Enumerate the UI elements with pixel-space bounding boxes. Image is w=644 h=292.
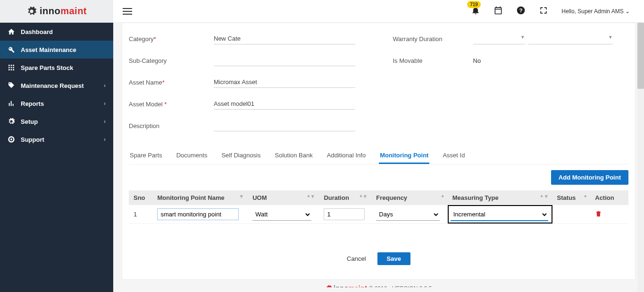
wrench-icon [8,46,15,53]
notifications-button[interactable]: 719 [471,6,480,17]
measuring-type-cell: Incremental [448,205,552,223]
asset-model-label: Asset Model * [129,101,214,108]
help-button[interactable]: ? [516,6,526,17]
filter-icon[interactable]: ▾ [311,193,314,199]
sort-icon[interactable]: ▲ [540,193,544,199]
tab-self-diagnosis[interactable]: Self Diagnosis [220,148,261,164]
cell-status [552,205,591,224]
tab-spare-parts[interactable]: Spare Parts [129,148,163,164]
asset-model-input[interactable] [214,98,355,110]
delete-row-button[interactable] [595,212,602,219]
table-row: 1 Watt Days Incremental [129,205,628,224]
footer-text: © 2019 - VERSION 2.3.5 [369,285,432,287]
trash-icon [595,210,602,217]
col-frequency[interactable]: Frequency▲ [371,190,447,205]
sort-icon[interactable]: ▲ [583,193,587,198]
asset-name-label: Asset Name* [129,79,214,86]
tab-documents[interactable]: Documents [176,148,209,164]
tab-asset-id[interactable]: Asset Id [442,148,466,164]
page-footer: innomaint © 2019 - VERSION 2.3.5 [113,280,644,287]
col-uom[interactable]: UOM▲▾ [248,190,319,205]
chevron-down-icon: ⌄ [625,8,630,15]
duration-input[interactable] [324,208,364,220]
category-input[interactable] [214,33,355,44]
calendar-icon [493,6,503,15]
monitoring-point-table: Sno Monitoring Point Name▾ UOM▲▾ Duratio… [129,190,628,224]
col-duration[interactable]: Duration▲▾ [319,190,371,205]
chevron-right-icon: › [104,118,106,125]
description-label: Description [129,122,214,129]
col-measuring-type[interactable]: Measuring Type▲▾ [448,190,552,205]
gear-icon [26,6,37,17]
brand-dark: inno [40,6,60,16]
brand-red: maint [60,6,87,16]
subcategory-input[interactable] [214,55,355,66]
notification-count: 719 [467,1,481,8]
uom-select[interactable]: Watt [252,208,311,221]
user-menu[interactable]: Hello, Super Admin AMS ⌄ [561,8,630,15]
tab-monitoring-point[interactable]: Monitoring Point [379,148,429,164]
sidebar-item-maintenance-request[interactable]: Maintenance Request › [0,77,113,94]
category-label: Category* [129,35,214,43]
fullscreen-icon [539,6,548,15]
svg-text:?: ? [519,7,523,13]
description-input[interactable] [214,120,355,131]
cancel-button[interactable]: Cancel [347,252,366,265]
measuring-type-select[interactable]: Incremental [451,208,548,221]
tab-strip: Spare Parts Documents Self Diagnosis Sol… [129,148,628,164]
warranty-label: Warranty Duration [393,35,473,43]
brand-logo: innomaint [0,0,113,23]
subcategory-label: Sub-Category [129,57,214,64]
warranty-select[interactable] [473,33,525,44]
chart-icon [8,100,15,107]
calendar-button[interactable] [493,6,503,17]
col-name[interactable]: Monitoring Point Name▾ [152,190,248,205]
help-icon: ? [516,6,526,15]
col-action: Action [590,190,628,205]
tag-icon [8,82,15,89]
tab-additional-info[interactable]: Additional Info [326,148,367,164]
sidebar-item-support[interactable]: Support › [0,130,113,148]
sort-icon[interactable]: ▲ [441,193,445,198]
sidebar-item-reports[interactable]: Reports › [0,94,113,112]
filter-icon[interactable]: ▾ [240,193,243,199]
scrollbar[interactable] [637,23,644,292]
chevron-right-icon: › [104,82,106,89]
sidebar-item-spare-parts-stock[interactable]: Spare Parts Stock [0,59,113,77]
sidebar-item-asset-maintenance[interactable]: Asset Maintenance [0,41,113,59]
warranty-unit-select[interactable] [528,33,613,44]
menu-toggle[interactable] [123,8,132,15]
sort-icon[interactable]: ▲ [359,193,363,199]
chevron-right-icon: › [104,136,106,143]
cell-sno: 1 [129,205,152,224]
lifebuoy-icon [8,136,15,143]
frequency-select[interactable]: Days [376,208,439,221]
col-status[interactable]: Status▲ [552,190,591,205]
sidebar-item-dashboard[interactable]: Dashboard [0,23,113,41]
gear-icon [8,118,15,125]
col-sno[interactable]: Sno [129,190,152,205]
home-icon [8,28,15,35]
sort-icon[interactable]: ▲ [306,193,310,199]
sidebar: Dashboard Asset Maintenance Spare Parts … [0,0,113,292]
sidebar-item-setup[interactable]: Setup › [0,112,113,130]
grid-icon [8,64,15,71]
movable-label: Is Movable [393,57,473,64]
movable-value: No [473,57,481,64]
asset-name-input[interactable] [214,77,355,88]
fullscreen-button[interactable] [539,6,548,17]
monitoring-point-name-input[interactable] [157,208,239,220]
add-monitoring-point-button[interactable]: Add Monitoring Point [551,170,628,185]
chevron-right-icon: › [104,100,106,107]
filter-icon[interactable]: ▾ [364,193,367,199]
save-button[interactable]: Save [377,252,410,265]
tab-solution-bank[interactable]: Solution Bank [274,148,314,164]
gear-icon [326,285,332,287]
filter-icon[interactable]: ▾ [545,193,548,199]
